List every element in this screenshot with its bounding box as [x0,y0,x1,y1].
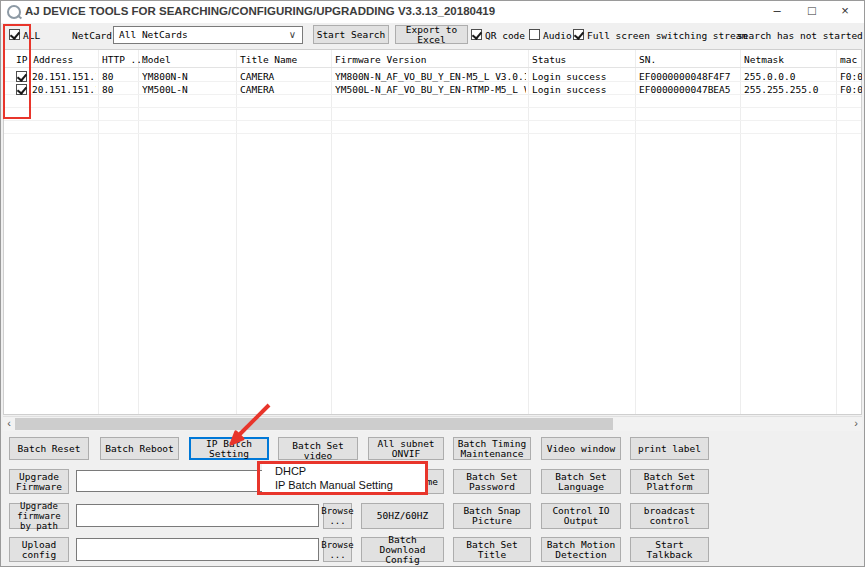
batch-motion-detection-button[interactable]: Batch Motion Detection [541,537,621,562]
control-io-output-button[interactable]: Control IO Output [541,503,621,529]
cell-netmask: 255.255.255.0 [744,84,834,95]
cell-sn: EF0000000048F4F7 [639,71,738,82]
cell-netmask: 255.0.0.0 [744,71,834,82]
column-divider [236,50,237,414]
scroll-right-icon[interactable]: › [850,417,862,431]
netcard-selected-value: All NetCards [119,29,188,40]
window-title: AJ DEVICE TOOLS FOR SEARCHING/CONFIGURIN… [25,5,495,17]
cell-ip[interactable]: 20.151.151.101 [32,71,96,82]
cell-model: YM800N-N [142,71,234,82]
select-all-checkbox[interactable] [9,29,20,40]
app-window: AJ DEVICE TOOLS FOR SEARCHING/CONFIGURIN… [0,0,865,567]
cell-http: 80 [102,84,136,95]
device-table: IP Address HTTP ... Model Title Name Fir… [3,49,862,415]
netcard-dropdown[interactable]: All NetCards ∨ [113,26,303,44]
column-header-netmask[interactable]: Netmask [744,54,784,65]
column-divider [635,50,636,414]
cell-status: Login success [532,71,633,82]
qr-code-checkbox[interactable] [471,29,482,40]
batch-reset-button[interactable]: Batch Reset [9,437,89,460]
cell-title-name: CAMERA [240,84,329,95]
maximize-button[interactable]: □ [795,1,829,23]
menu-item-dhcp[interactable]: DHCP [262,464,425,478]
cell-ip[interactable]: 20.151.151.103 [32,84,96,95]
upgrade-firmware-path-input[interactable] [76,504,319,527]
fullscreen-stream-label: Full screen switching stream [587,30,747,41]
start-search-button[interactable]: Start Search [313,25,389,44]
select-all-label: ALL [23,30,40,41]
all-subnet-onvif-button[interactable]: All subnet ONVIF [368,437,444,460]
row-checkbox[interactable] [16,84,27,95]
export-to-excel-button[interactable]: Export to Excel [395,25,468,44]
column-header-firmware[interactable]: Firmware Version [335,54,427,65]
column-divider [138,50,139,414]
qr-code-label: QR code [485,30,525,41]
batch-set-video-button[interactable]: Batch Set video encoding mode [278,437,358,460]
batch-set-password-button[interactable]: Batch Set Password [453,469,531,494]
row-divider [4,107,861,108]
cell-mac: F0:0 [840,71,862,82]
column-divider [740,50,741,414]
cell-status: Login success [532,84,633,95]
fullscreen-stream-checkbox[interactable] [573,29,584,40]
column-header-http[interactable]: HTTP ... [102,54,148,65]
ip-batch-setting-button[interactable]: IP Batch Setting [189,437,269,460]
start-talkback-button[interactable]: Start Talkback [630,537,709,562]
cell-firmware: YM800N-N_AF_VO_BU_Y_EN-M5_L V3.0.1.12 bu… [335,71,526,82]
row-divider [4,120,861,121]
browse-firmware-path-button[interactable]: Browse ... [323,503,352,529]
upload-config-button[interactable]: Upload config [9,537,69,562]
browse-config-button[interactable]: Browse ... [323,537,352,562]
cell-title-name: CAMERA [240,71,329,82]
batch-timing-maintenance-button[interactable]: Batch Timing Maintenance [453,437,531,460]
ip-batch-setting-popup-menu: DHCP IP Batch Manual Setting [262,464,425,492]
upgrade-firmware-by-path-button[interactable]: Upgrade firmware by path [9,503,69,529]
column-header-ip[interactable]: IP Address [16,54,73,65]
column-divider [98,50,99,414]
cell-http: 80 [102,71,136,82]
column-divider [528,50,529,414]
minimize-button[interactable]: – [760,1,794,23]
audio-checkbox[interactable] [529,29,540,40]
batch-snap-picture-button[interactable]: Batch Snap Picture [453,503,531,529]
batch-set-video-line1: Batch Set video [281,441,355,460]
batch-set-platform-button[interactable]: Batch Set Platform [630,469,709,494]
hz-50-60-button[interactable]: 50HZ/60HZ [361,503,444,529]
menu-item-ip-batch-manual-setting[interactable]: IP Batch Manual Setting [262,478,425,492]
column-header-sn[interactable]: SN. [639,54,656,65]
row-checkbox[interactable] [16,71,27,82]
upload-config-input[interactable] [76,538,319,561]
column-divider [331,50,332,414]
row-divider [4,133,861,134]
print-label-button[interactable]: print label [630,437,709,460]
batch-reboot-button[interactable]: Batch Reboot [100,437,179,460]
chevron-down-icon: ∨ [289,29,296,40]
column-header-title-name[interactable]: Title Name [240,54,297,65]
cell-mac: F0:0 [840,84,862,95]
horizontal-scrollbar[interactable]: ‹ › [3,416,862,431]
cell-firmware: YM500L-N_AF_VO_BU_Y_EN-RTMP-M5_L V3.0.2.… [335,84,526,95]
scroll-left-icon[interactable]: ‹ [3,417,15,431]
column-header-model[interactable]: Model [142,54,171,65]
scrollbar-thumb[interactable] [15,418,613,430]
batch-set-language-button[interactable]: Batch Set Language [541,469,621,494]
header-divider [4,67,861,68]
broadcast-control-button[interactable]: broadcast control [630,503,709,529]
batch-set-title-button[interactable]: Batch Set Title [453,537,531,562]
netcard-label: NetCard [72,30,112,41]
cell-model: YM500L-N [142,84,234,95]
upgrade-firmware-button[interactable]: Upgrade Firmware [9,469,69,494]
video-window-button[interactable]: Video window [541,437,621,460]
app-icon [7,5,21,19]
batch-download-config-button[interactable]: Batch Download Config [361,537,444,562]
cell-sn: EF0000000047BEA5 [639,84,738,95]
column-header-mac[interactable]: mac [840,54,857,65]
title-bar: AJ DEVICE TOOLS FOR SEARCHING/CONFIGURIN… [1,1,864,23]
search-status-text: search has not started 2 [737,30,865,41]
close-button[interactable]: × [828,1,862,23]
column-header-status[interactable]: Status [532,54,566,65]
audio-label: Audio [543,30,572,41]
column-divider [836,50,837,414]
